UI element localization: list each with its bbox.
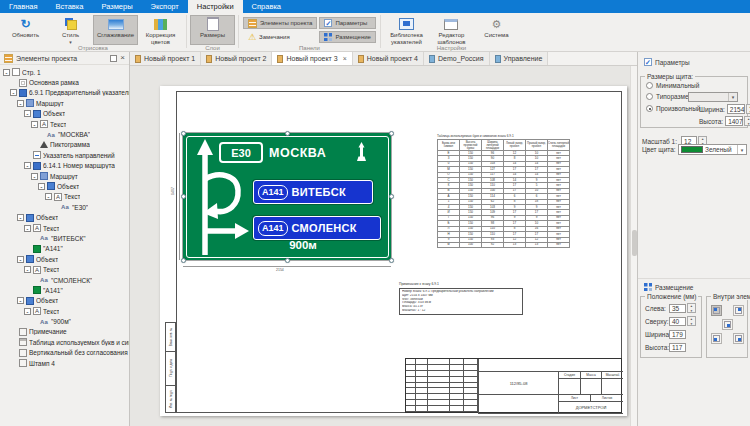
tree-item[interactable]: -АТекст bbox=[0, 192, 129, 202]
expander-icon[interactable]: - bbox=[24, 110, 31, 117]
tree-item[interactable]: Аа"ВИТЕБСК" bbox=[0, 233, 129, 243]
spinner[interactable]: ▴▾ bbox=[687, 303, 696, 313]
road-sign[interactable]: Е30 МОСКВА А141 ВИТЕБСК А141 СМОЛЕНСК bbox=[183, 133, 391, 260]
refresh-button[interactable]: ↻ Обновить bbox=[3, 15, 48, 45]
color-correction-button[interactable]: Коррекция цветов bbox=[138, 15, 183, 46]
expander-icon[interactable]: - bbox=[17, 297, 24, 304]
document-tab-6[interactable]: Управление bbox=[490, 52, 549, 65]
tree-item[interactable]: -Объект bbox=[0, 254, 129, 264]
spin-down-icon[interactable]: ▾ bbox=[745, 122, 750, 127]
expander-icon[interactable]: - bbox=[38, 183, 45, 190]
document-tab-1[interactable]: Новый проект 1 bbox=[130, 52, 201, 65]
canvas-vertical-scrollbar[interactable] bbox=[630, 66, 637, 426]
expander-icon[interactable]: - bbox=[10, 89, 17, 96]
expander-icon[interactable]: - bbox=[31, 121, 38, 128]
tree-item[interactable]: -6.14.1 Номер маршрута bbox=[0, 161, 129, 171]
drawing-canvas[interactable]: Е30 МОСКВА А141 ВИТЕБСК А141 СМОЛЕНСК bbox=[130, 66, 630, 426]
align-center-button[interactable] bbox=[722, 319, 733, 330]
expander-icon[interactable]: - bbox=[17, 100, 24, 107]
expander-icon[interactable]: - bbox=[24, 266, 31, 273]
tree-item[interactable]: -Объект bbox=[0, 181, 129, 191]
project-elements-toggle[interactable]: Элементы проекта bbox=[243, 17, 317, 29]
expander-icon[interactable]: - bbox=[24, 225, 31, 232]
expander-icon[interactable]: - bbox=[24, 162, 31, 169]
smoothing-button[interactable]: Сглаживание bbox=[93, 15, 138, 45]
tree-item[interactable]: -АТекст bbox=[0, 119, 129, 129]
menu-tab-2[interactable]: Вставка bbox=[47, 0, 93, 13]
position-input[interactable]: 179 bbox=[669, 330, 686, 339]
tree-item[interactable]: -Объект bbox=[0, 212, 129, 222]
sign-library-button[interactable]: Библиотека указателей bbox=[384, 15, 429, 46]
spin-down-icon[interactable]: ▾ bbox=[688, 322, 695, 327]
close-icon[interactable]: × bbox=[120, 54, 125, 62]
width-input[interactable]: 2154 bbox=[727, 104, 745, 114]
tree-item[interactable]: Штамп 4 bbox=[0, 358, 129, 368]
tree-item[interactable]: -Стр. 1 bbox=[0, 67, 129, 77]
radio-custom[interactable]: Произвольный bbox=[646, 105, 700, 112]
selection-handle[interactable] bbox=[181, 131, 186, 136]
system-button[interactable]: ⚙ Система bbox=[474, 15, 519, 45]
shield-color-combobox[interactable]: Зеленый ▾ bbox=[678, 144, 747, 155]
radio-typesize[interactable]: Типоразмер bbox=[646, 93, 692, 100]
menu-tab-5[interactable]: Настройки bbox=[188, 0, 243, 13]
tree-item[interactable]: Примечание bbox=[0, 327, 129, 337]
menu-tab-1[interactable]: Главная bbox=[0, 0, 47, 13]
expander-icon[interactable]: - bbox=[31, 173, 38, 180]
tree-item[interactable]: -6.9.1 Предварительный указатель направл… bbox=[0, 88, 129, 98]
tree-item[interactable]: -АТекст bbox=[0, 223, 129, 233]
document-tab-5[interactable]: Demo_Россия bbox=[424, 52, 490, 65]
expander-icon[interactable]: - bbox=[24, 308, 31, 315]
align-bottom-left-button[interactable] bbox=[711, 333, 722, 344]
position-input[interactable]: 117 bbox=[669, 343, 686, 352]
tree-item[interactable]: -Объект bbox=[0, 296, 129, 306]
tree-item[interactable]: Аа"СМОЛЕНСК" bbox=[0, 275, 129, 285]
selection-handle[interactable] bbox=[285, 131, 290, 136]
tree-item[interactable]: Аа"МОСКВА" bbox=[0, 129, 129, 139]
placement-toggle[interactable]: Размещение bbox=[319, 31, 376, 43]
menu-tab-6[interactable]: Справка bbox=[243, 0, 290, 13]
pin-icon[interactable] bbox=[110, 55, 117, 62]
checkbox-icon[interactable]: ✓ bbox=[644, 58, 652, 66]
selection-handle[interactable] bbox=[181, 258, 186, 263]
expander-icon[interactable]: - bbox=[45, 193, 52, 200]
dimensions-layer-button[interactable]: Размеры bbox=[190, 15, 235, 45]
document-tab-2[interactable]: Новый проект 2 bbox=[201, 52, 272, 65]
tree-item[interactable]: -АТекст bbox=[0, 306, 129, 316]
spin-down-icon[interactable]: ▾ bbox=[688, 309, 695, 314]
height-spinner[interactable]: ▴ ▾ bbox=[744, 116, 750, 126]
radio-minimal[interactable]: Минимальный bbox=[646, 82, 699, 89]
tree-item[interactable]: "А141" bbox=[0, 244, 129, 254]
expander-icon[interactable]: - bbox=[17, 256, 24, 263]
tree-item[interactable]: Основная рамка bbox=[0, 77, 129, 87]
height-input[interactable]: 1407 bbox=[725, 116, 743, 126]
tree-item[interactable]: Пиктограмма bbox=[0, 140, 129, 150]
selection-handle[interactable] bbox=[389, 131, 394, 136]
align-top-left-button[interactable] bbox=[711, 305, 722, 316]
selection-handle[interactable] bbox=[389, 194, 394, 199]
selection-handle[interactable] bbox=[181, 194, 186, 199]
tree-item[interactable]: Аа"900м" bbox=[0, 316, 129, 326]
selection-handle[interactable] bbox=[389, 258, 394, 263]
tree-item[interactable]: -Маршрут bbox=[0, 171, 129, 181]
tree-item[interactable]: Аа"Е30" bbox=[0, 202, 129, 212]
menu-tab-4[interactable]: Экспорт bbox=[142, 0, 188, 13]
tree-item[interactable]: Указатель направлений bbox=[0, 150, 129, 160]
expander-icon[interactable]: - bbox=[3, 69, 10, 76]
tree-item[interactable]: -АТекст bbox=[0, 264, 129, 274]
tree-item[interactable]: "А141" bbox=[0, 285, 129, 295]
position-input[interactable]: 40 bbox=[669, 317, 686, 326]
parameters-toggle[interactable]: ✓ Параметры bbox=[319, 17, 376, 29]
tree-item[interactable]: Таблица используемых букв и символов зна… bbox=[0, 337, 129, 347]
template-editor-button[interactable]: Редактор шаблонов bbox=[429, 15, 474, 46]
align-bottom-right-button[interactable] bbox=[733, 333, 744, 344]
expander-icon[interactable]: - bbox=[17, 214, 24, 221]
style-button[interactable]: Стиль ▾ bbox=[48, 15, 93, 46]
document-tab-4[interactable]: Новый проект 4 bbox=[353, 52, 424, 65]
tree-item[interactable]: Вертикальный без согласования bbox=[0, 348, 129, 358]
document-tab-3[interactable]: Новый проект 3× bbox=[272, 52, 352, 65]
selection-handle[interactable] bbox=[285, 258, 290, 263]
align-top-right-button[interactable] bbox=[733, 305, 744, 316]
tree-item[interactable]: -Объект bbox=[0, 109, 129, 119]
width-spinner[interactable]: ▴ ▾ bbox=[746, 104, 750, 114]
close-tab-icon[interactable]: × bbox=[343, 55, 347, 62]
